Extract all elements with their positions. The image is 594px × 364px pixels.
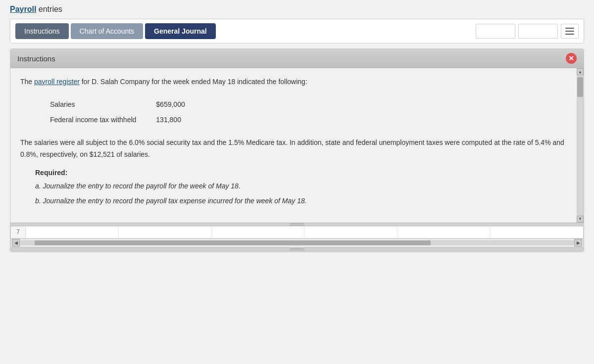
bottom-divider	[10, 223, 584, 227]
row-number: 7	[11, 227, 26, 238]
divider-lines	[290, 224, 304, 226]
intro-text-1: The	[20, 78, 34, 86]
instructions-header: Instructions ✕	[10, 49, 584, 68]
tab-general-journal[interactable]: General Journal	[145, 23, 216, 39]
resize-line-1	[290, 248, 304, 249]
table-row: Salaries $659,000	[50, 97, 205, 112]
close-button[interactable]: ✕	[566, 53, 577, 64]
menu-icon-button[interactable]	[561, 24, 579, 39]
bottom-resize-handle	[11, 247, 583, 251]
scroll-thumb[interactable]	[577, 77, 583, 97]
instructions-scroll-wrapper: The payroll register for D. Salah Compan…	[10, 68, 584, 223]
required-item-b-text: Journalize the entry to record the payro…	[43, 197, 307, 205]
scroll-right-arrow[interactable]: ▶	[574, 239, 582, 247]
table-cell-label: Salaries	[50, 97, 156, 112]
vertical-scrollbar: ▲ ▼	[577, 68, 584, 223]
required-label: Required:	[35, 169, 569, 177]
divider-line-2	[290, 225, 304, 226]
scroll-track	[577, 75, 584, 216]
table-row: Federal income tax withheld 131,800	[50, 112, 205, 127]
spreadsheet-cell-4[interactable]	[304, 227, 397, 238]
tab-chart-of-accounts[interactable]: Chart of Accounts	[71, 23, 144, 39]
intro-text-2: for D. Salah Company for the week ended …	[80, 78, 307, 86]
tab-input-2[interactable]	[518, 24, 558, 39]
h-scroll-thumb[interactable]	[35, 240, 431, 245]
scroll-up-arrow[interactable]: ▲	[577, 68, 584, 75]
instructions-body: The payroll register for D. Salah Compan…	[10, 68, 584, 223]
divider-line-1	[290, 224, 304, 224]
payroll-link[interactable]: Payroll	[10, 5, 36, 13]
instructions-header-title: Instructions	[17, 54, 55, 63]
spreadsheet-cell-2[interactable]	[119, 227, 212, 238]
table-cell-value: 131,800	[156, 112, 204, 127]
spreadsheet-cell-1[interactable]	[26, 227, 119, 238]
tab-bar-right	[476, 24, 579, 39]
scroll-left-arrow[interactable]: ◀	[12, 239, 20, 247]
horizontal-scrollbar: ◀ ▶	[11, 238, 583, 247]
instructions-panel: Instructions ✕ The payroll register for …	[10, 48, 584, 252]
data-table: Salaries $659,000 Federal income tax wit…	[50, 97, 549, 127]
spreadsheet-row: 7	[11, 227, 583, 238]
spreadsheet-cell-6[interactable]	[491, 227, 583, 238]
tab-bar: Instructions Chart of Accounts General J…	[10, 19, 584, 44]
required-item-a: a. Journalize the entry to record the pa…	[35, 181, 569, 191]
tab-input-1[interactable]	[476, 24, 515, 39]
table-cell-label: Federal income tax withheld	[50, 112, 156, 127]
required-item-b: b. Journalize the entry to record the pa…	[35, 195, 569, 206]
additional-text: The salaries were all subject to the 6.0…	[20, 137, 569, 161]
required-item-a-text: Journalize the entry to record the payro…	[43, 182, 241, 190]
tabs-group: Instructions Chart of Accounts General J…	[15, 23, 216, 39]
tab-instructions[interactable]: Instructions	[15, 23, 69, 39]
page-title: Payroll entries	[10, 5, 584, 14]
payroll-register-link[interactable]: payroll register	[34, 78, 80, 86]
scroll-down-arrow[interactable]: ▼	[577, 216, 584, 223]
menu-line-2	[565, 31, 574, 32]
menu-line-3	[565, 34, 574, 35]
page-title-rest: entries	[36, 5, 62, 13]
intro-text: The payroll register for D. Salah Compan…	[20, 76, 569, 87]
spreadsheet-area: 7 ◀ ▶	[10, 227, 584, 252]
payroll-data-table: Salaries $659,000 Federal income tax wit…	[50, 97, 205, 127]
h-scroll-track	[20, 240, 574, 245]
spreadsheet-cell-3[interactable]	[212, 227, 305, 238]
required-section: Required: a. Journalize the entry to rec…	[35, 169, 569, 207]
table-cell-value: $659,000	[156, 97, 204, 112]
menu-line-1	[565, 28, 574, 29]
spreadsheet-cell-5[interactable]	[397, 227, 491, 238]
resize-line-2	[290, 250, 304, 250]
resize-lines	[290, 248, 304, 250]
